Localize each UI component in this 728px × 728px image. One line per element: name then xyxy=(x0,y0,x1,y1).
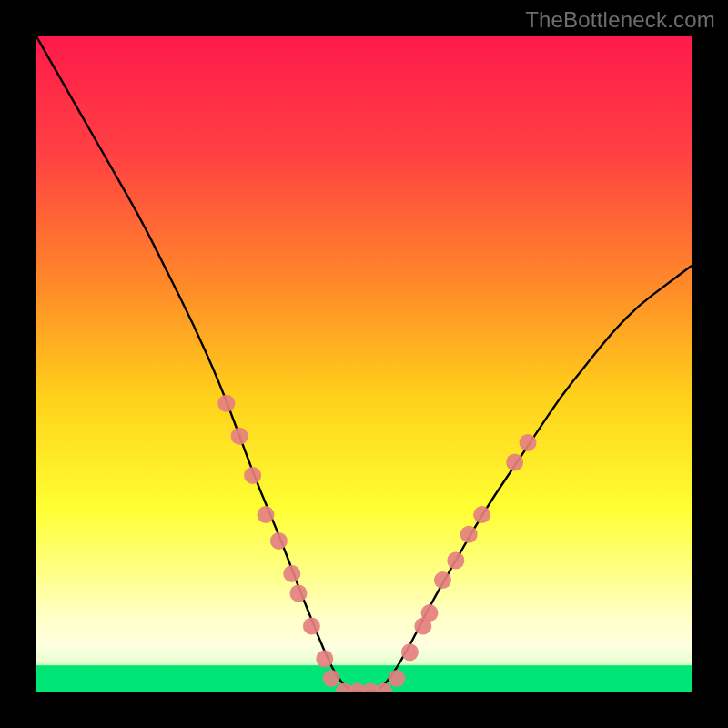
data-marker xyxy=(520,434,537,451)
plot-area xyxy=(36,36,692,692)
data-marker xyxy=(270,532,288,550)
bottleneck-chart xyxy=(36,36,692,692)
chart-frame: TheBottleneck.com xyxy=(0,0,728,728)
data-marker xyxy=(473,506,490,523)
watermark-text: TheBottleneck.com xyxy=(525,7,715,33)
data-marker xyxy=(283,565,300,582)
data-marker xyxy=(434,571,451,589)
data-marker xyxy=(258,506,275,523)
data-marker xyxy=(231,428,248,445)
data-marker xyxy=(323,670,340,687)
data-marker xyxy=(290,585,308,602)
data-marker xyxy=(244,467,261,484)
data-marker xyxy=(401,643,419,661)
data-marker xyxy=(217,395,235,412)
data-marker xyxy=(389,670,406,687)
data-marker xyxy=(303,618,320,635)
data-marker xyxy=(316,651,333,668)
data-marker xyxy=(460,526,478,543)
gradient-background xyxy=(36,36,692,692)
data-marker xyxy=(421,604,439,622)
data-marker xyxy=(447,552,464,570)
data-marker xyxy=(506,454,523,471)
